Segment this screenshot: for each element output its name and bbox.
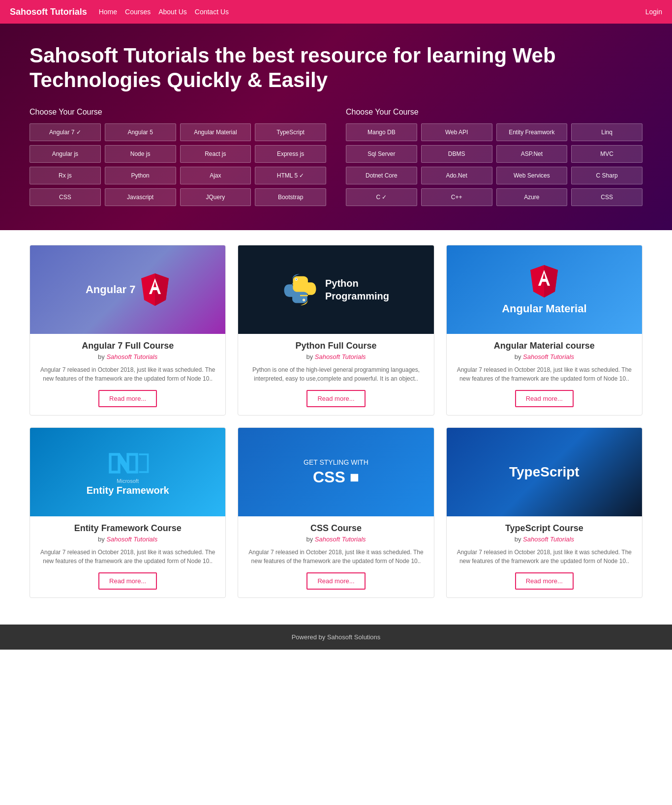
course-btn-cpp[interactable]: C++	[421, 188, 492, 206]
card-entity-desc: Angular 7 released in October 2018, just…	[30, 548, 225, 566]
cards-section: Angular 7 Angular 7 Full Course by Sahos…	[0, 230, 672, 625]
course-btn-jquery[interactable]: JQuery	[180, 188, 251, 206]
svg-point-5	[296, 279, 297, 280]
nav-login[interactable]: Login	[645, 8, 662, 16]
course-btn-angularjs[interactable]: Angular js	[30, 145, 101, 163]
card-entity-image: Microsoft Entity Framework	[30, 428, 225, 516]
course-btn-aspnet[interactable]: ASP.Net	[496, 145, 568, 163]
courses-grid: Choose Your Course Angular 7 ✓ Angular 5…	[30, 108, 642, 206]
svg-point-7	[303, 299, 305, 301]
card-angular7-author: by Sahosoft Tutorials	[30, 353, 225, 360]
course-btn-angular7[interactable]: Angular 7 ✓	[30, 123, 101, 141]
col2-heading: Choose Your Course	[346, 108, 642, 117]
css-card-content: GET STYLING WITH CSS ■	[304, 458, 368, 486]
card-angular-material-author: by Sahosoft Tutorials	[447, 353, 642, 360]
course-btn-webservices[interactable]: Web Services	[496, 167, 568, 184]
css-big-label: CSS ■	[304, 468, 368, 486]
hero-title-bold: Sahosoft Tutorials	[30, 44, 210, 67]
course-btn-ajax[interactable]: Ajax	[180, 167, 251, 184]
angular7-label: Angular 7	[86, 283, 135, 296]
nav-links: Home Courses About Us Contact Us	[99, 8, 645, 16]
angular-material-logo-area: Angular Material	[502, 264, 586, 315]
card-css-readmore[interactable]: Read more...	[306, 572, 365, 590]
course-btn-mvc[interactable]: MVC	[571, 145, 642, 163]
course-btn-csharp[interactable]: C Sharp	[571, 167, 642, 184]
course-btn-entity-fw[interactable]: Entity Freamwork	[496, 123, 568, 141]
card-python-author: by Sahosoft Tutorials	[238, 353, 433, 360]
course-btn-dbms[interactable]: DBMS	[421, 145, 492, 163]
col1-heading: Choose Your Course	[30, 108, 326, 117]
footer-text: Powered by Sahosoft Solutions	[292, 633, 381, 641]
course-btn-typescript[interactable]: TypeScript	[255, 123, 326, 141]
card-entity-readmore[interactable]: Read more...	[98, 572, 157, 590]
footer: Powered by Sahosoft Solutions	[0, 625, 672, 650]
course-btn-angular5[interactable]: Angular 5	[105, 123, 176, 141]
card-angular-material-desc: Angular 7 released in October 2018, just…	[447, 365, 642, 383]
course-btn-adonet[interactable]: Ado.Net	[421, 167, 492, 184]
nav-about[interactable]: About Us	[158, 8, 187, 16]
card-python-title: Python Full Course	[238, 341, 433, 351]
nav-contact[interactable]: Contact Us	[195, 8, 229, 16]
card-angular-material-image: Angular Material	[447, 245, 642, 334]
course-btn-javascript[interactable]: Javascript	[105, 188, 176, 206]
angular7-logo-icon	[140, 272, 170, 307]
angular-material-logo-icon	[527, 264, 561, 298]
ef-title-label: Entity Framework	[87, 485, 169, 496]
card-css-desc: Angular 7 released in October 2018, just…	[238, 548, 433, 566]
card-angular7-readmore[interactable]: Read more...	[98, 390, 157, 407]
course-btn-css1[interactable]: CSS	[30, 188, 101, 206]
card-typescript-desc: Angular 7 released in October 2018, just…	[447, 548, 642, 566]
card-entity-author: by Sahosoft Tutorials	[30, 536, 225, 543]
python-logo-icon	[283, 272, 317, 307]
card-css-image: GET STYLING WITH CSS ■	[238, 428, 433, 516]
card-typescript-title: TypeScript Course	[447, 523, 642, 534]
course-btn-bootstrap[interactable]: Bootstrap	[255, 188, 326, 206]
course-btn-nodejs[interactable]: Node js	[105, 145, 176, 163]
course-btn-dotnetcore[interactable]: Dotnet Core	[346, 167, 417, 184]
course-btn-angular-material[interactable]: Angular Material	[180, 123, 251, 141]
ts-card-content: TypeScript	[509, 464, 580, 480]
css-get-styling-label: GET STYLING WITH	[304, 458, 368, 466]
col1-btn-grid: Angular 7 ✓ Angular 5 Angular Material T…	[30, 123, 326, 206]
courses-col-left: Choose Your Course Angular 7 ✓ Angular 5…	[30, 108, 326, 206]
card-python: PythonProgramming Python Full Course by …	[238, 245, 434, 416]
course-btn-reactjs[interactable]: React js	[180, 145, 251, 163]
angular-material-label: Angular Material	[502, 302, 586, 315]
card-angular-material: Angular Material Angular Material course…	[446, 245, 642, 416]
card-angular-material-readmore[interactable]: Read more...	[515, 390, 574, 407]
card-css-author: by Sahosoft Tutorials	[238, 536, 433, 543]
nav-home[interactable]: Home	[99, 8, 117, 16]
card-css-title: CSS Course	[238, 523, 433, 534]
card-entity: Microsoft Entity Framework Entity Framew…	[30, 427, 226, 598]
card-typescript-readmore[interactable]: Read more...	[515, 572, 574, 590]
card-python-readmore[interactable]: Read more...	[306, 390, 365, 407]
nav-courses[interactable]: Courses	[125, 8, 151, 16]
nav-brand[interactable]: Sahosoft Tutorials	[10, 7, 87, 17]
card-angular7-title: Angular 7 Full Course	[30, 341, 225, 351]
course-btn-linq[interactable]: Linq	[571, 123, 642, 141]
python-logo-area: PythonProgramming	[283, 272, 389, 307]
course-btn-expressjs[interactable]: Express js	[255, 145, 326, 163]
hero-title: Sahosoft Tutorials the best resource for…	[30, 43, 642, 93]
hero-section: Sahosoft Tutorials the best resource for…	[0, 24, 672, 230]
course-btn-rxjs[interactable]: Rx js	[30, 167, 101, 184]
course-btn-azure[interactable]: Azure	[496, 188, 568, 206]
python-title-text: PythonProgramming	[325, 277, 389, 302]
course-btn-webapi[interactable]: Web API	[421, 123, 492, 141]
card-angular7-desc: Angular 7 released in October 2018, just…	[30, 365, 225, 383]
ef-brand-label: Microsoft	[117, 478, 139, 484]
courses-col-right: Choose Your Course Mango DB Web API Enti…	[346, 108, 642, 206]
course-btn-html5[interactable]: HTML 5 ✓	[255, 167, 326, 184]
course-btn-mongodb[interactable]: Mango DB	[346, 123, 417, 141]
course-btn-css2[interactable]: CSS	[571, 188, 642, 206]
ef-logo-area: Microsoft Entity Framework	[87, 448, 169, 496]
card-css: GET STYLING WITH CSS ■ CSS Course by Sah…	[238, 427, 434, 598]
ef-logo-icon	[106, 448, 150, 478]
cards-row-1: Angular 7 Angular 7 Full Course by Sahos…	[30, 245, 642, 416]
cards-row-2: Microsoft Entity Framework Entity Framew…	[30, 427, 642, 598]
course-btn-sqlserver[interactable]: Sql Server	[346, 145, 417, 163]
course-btn-c[interactable]: C ✓	[346, 188, 417, 206]
card-typescript-image: TypeScript	[447, 428, 642, 516]
course-btn-python[interactable]: Python	[105, 167, 176, 184]
card-typescript-author: by Sahosoft Tutorials	[447, 536, 642, 543]
